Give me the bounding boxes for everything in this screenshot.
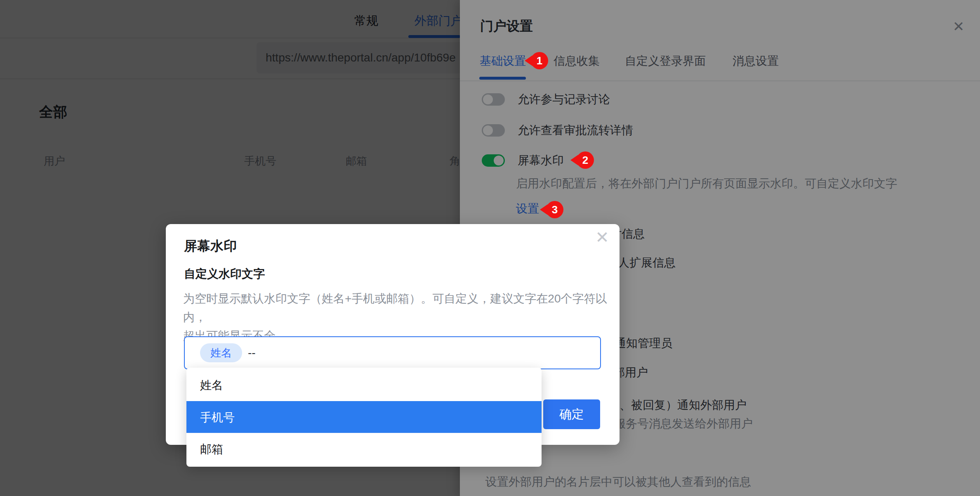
step-badge-2: 2 (577, 151, 594, 169)
watermark-text-field-label: 自定义水印文字 (184, 267, 265, 281)
step-badge-3: 3 (546, 201, 563, 218)
watermark-field-dropdown: 姓名 手机号 邮箱 (186, 368, 542, 467)
step-badge-1: 1 (531, 52, 548, 69)
dropdown-option-phone[interactable]: 手机号 (186, 401, 542, 433)
watermark-text-input[interactable]: 姓名 -- (184, 336, 601, 369)
modal-title: 屏幕水印 (184, 238, 237, 254)
input-value-text: -- (248, 346, 256, 359)
dropdown-option-name[interactable]: 姓名 (186, 369, 542, 401)
screen: 常规 外部门户 https://www.theportal.cn/app/10f… (0, 0, 980, 496)
modal-close-icon[interactable]: ✕ (591, 226, 614, 249)
dropdown-option-email[interactable]: 邮箱 (186, 433, 542, 465)
help-line-1: 为空时显示默认水印文字（姓名+手机或邮箱）。可自定义，建议文字在20个字符以内， (183, 289, 620, 326)
name-tag-chip[interactable]: 姓名 (200, 343, 242, 362)
confirm-button[interactable]: 确定 (543, 399, 600, 429)
